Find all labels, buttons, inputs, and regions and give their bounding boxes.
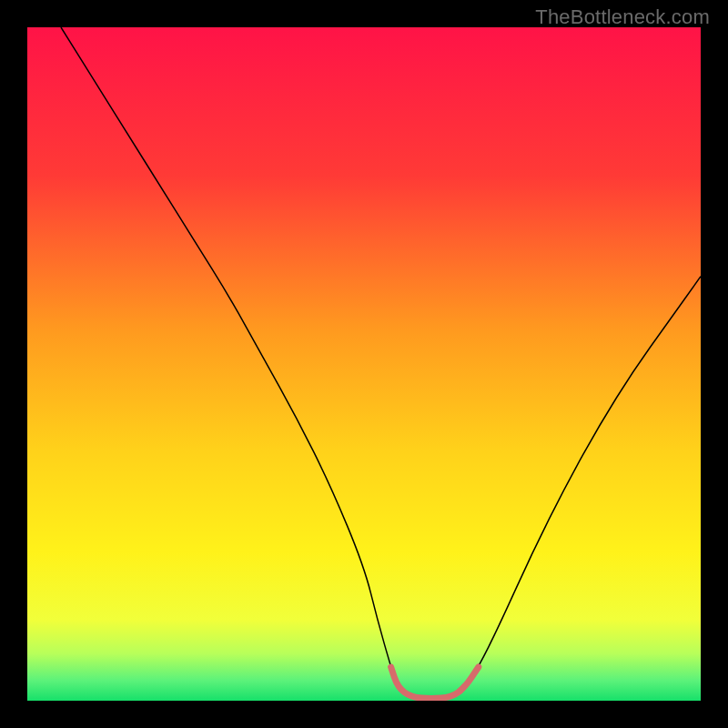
- plot-area: [27, 27, 701, 701]
- chart-frame: TheBottleneck.com: [0, 0, 728, 728]
- bottleneck-curve: [61, 27, 701, 698]
- optimal-zone: [391, 667, 479, 698]
- curves-layer: [27, 27, 701, 701]
- watermark-text: TheBottleneck.com: [535, 5, 710, 29]
